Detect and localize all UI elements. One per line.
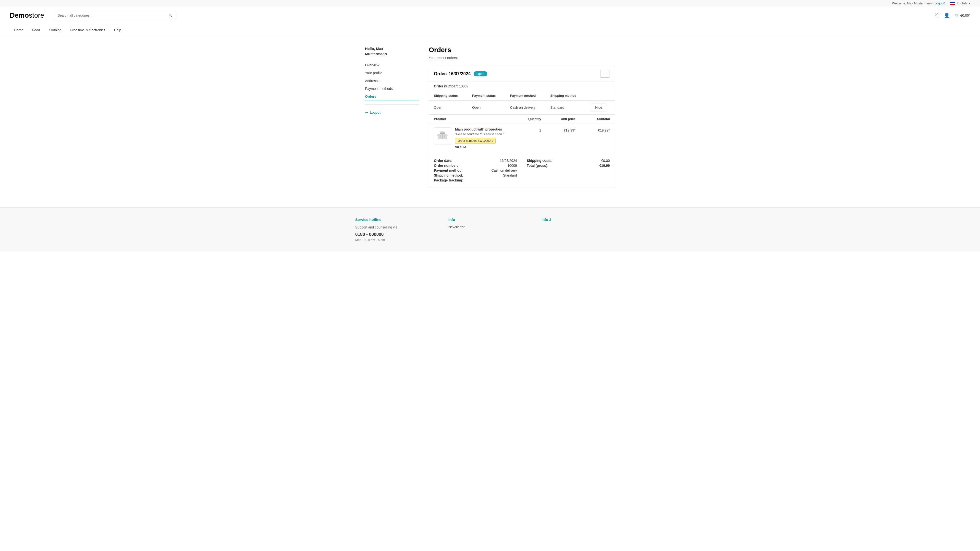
order-date-title: Order: 16/07/2024 <box>434 71 471 76</box>
logout-button[interactable]: ↪ Logout <box>365 108 419 116</box>
hide-button-cell: Hide <box>586 101 615 114</box>
payment-method-value: Cash on delivery <box>492 168 517 172</box>
sidebar-item-orders[interactable]: Orders <box>365 92 419 100</box>
footer: Service hotline Support and counselling … <box>0 207 980 251</box>
col-unit-price: Unit price <box>541 117 576 121</box>
order-summary: Order date: 16/07/2024 Order number: 100… <box>429 153 615 187</box>
order-number-label: Order number: <box>434 84 458 88</box>
nav-home[interactable]: Home <box>10 24 28 36</box>
product-details: Main product with properties "Please sen… <box>455 127 512 149</box>
order-card: Order: 16/07/2024 Open ··· Order number:… <box>429 66 615 188</box>
search-button[interactable]: 🔍 <box>165 11 176 20</box>
col-shipping-method: Shipping method <box>546 91 586 101</box>
account-icon[interactable]: 👤 <box>944 13 950 18</box>
package-tracking-label: Package tracking: <box>434 178 463 182</box>
header-icons: ♡ 👤 🛒 €0.00* <box>934 13 970 18</box>
shipping-status-value: Open <box>429 101 467 114</box>
footer-hours: Mon-Fri, 8 am - 5 pm <box>355 238 439 242</box>
logo[interactable]: Demostore <box>10 11 44 19</box>
nav-free-time[interactable]: Free time & electronics <box>66 24 110 36</box>
hide-button[interactable]: Hide <box>591 103 606 111</box>
sidebar-item-profile[interactable]: Your profile <box>365 69 419 77</box>
language-selector[interactable]: English ▾ <box>950 2 970 5</box>
payment-method-value: Cash on delivery <box>505 101 546 114</box>
top-bar: Welcome, Max Mustermann! (Logout) Englis… <box>0 0 980 7</box>
footer-info2-title: Info 2 <box>541 218 625 222</box>
nav-help[interactable]: Help <box>110 24 126 36</box>
header: Demostore 🔍 ♡ 👤 🛒 €0.00* <box>0 7 980 24</box>
product-image <box>434 127 451 144</box>
status-table: Shipping status Payment status Payment m… <box>429 91 615 114</box>
summary-total: Total (gross): €19.99 <box>527 163 610 168</box>
footer-service-text: Support and counselling via: <box>355 225 439 230</box>
footer-info2: Info 2 <box>541 218 625 242</box>
order-date-label: Order date: <box>434 159 452 163</box>
order-number-badge: Order number: SW10000.1 <box>455 138 496 144</box>
product-info: Main product with properties "Please sen… <box>434 127 512 149</box>
nav-food[interactable]: Food <box>28 24 45 36</box>
logout-link-topbar[interactable]: Logout <box>934 2 944 5</box>
sidebar-nav: Overview Your profile Addresses Payment … <box>365 61 419 100</box>
sidebar: Hello, MaxMustermann Overview Your profi… <box>365 46 419 188</box>
col-quantity: Quantity <box>512 117 541 121</box>
summary-grid: Order date: 16/07/2024 Order number: 100… <box>434 158 610 183</box>
sidebar-link-profile[interactable]: Your profile <box>365 69 419 77</box>
product-unit-price: €19.99* <box>541 127 576 132</box>
summary-shipping-method: Shipping method: Standard <box>434 173 517 178</box>
logout-icon: ↪ <box>365 110 368 114</box>
shipping-costs-label: Shipping costs: <box>527 159 552 163</box>
product-note: "Please send me this article soon." <box>455 132 512 136</box>
cart-total: €0.00* <box>960 13 970 17</box>
total-gross-value: €19.99 <box>599 164 610 167</box>
sidebar-link-addresses[interactable]: Addresses <box>365 77 419 85</box>
cart-icon: 🛒 <box>955 13 959 17</box>
chevron-down-icon: ▾ <box>969 2 970 5</box>
sidebar-link-payment[interactable]: Payment methods <box>365 85 419 92</box>
sidebar-item-overview[interactable]: Overview <box>365 61 419 69</box>
footer-phone: 0180 - 000000 <box>355 232 439 237</box>
col-payment-method: Payment method <box>505 91 546 101</box>
payment-status-value: Open <box>467 101 505 114</box>
sidebar-item-addresses[interactable]: Addresses <box>365 77 419 85</box>
summary-package-tracking: Package tracking: <box>434 178 517 183</box>
product-table-header: Product Quantity Unit price Subtotal <box>429 114 615 124</box>
product-subtotal: €19.99* <box>576 127 610 132</box>
logout-label: Logout <box>370 110 380 114</box>
order-card-header: Order: 16/07/2024 Open ··· <box>429 66 615 82</box>
footer-info-title: Info <box>449 218 531 222</box>
search-input[interactable] <box>54 11 165 20</box>
shipping-method-value: Standard <box>503 173 517 177</box>
product-name: Main product with properties <box>455 127 512 131</box>
orders-section: Orders Your recent orders: Order: 16/07/… <box>429 46 615 188</box>
footer-newsletter-link[interactable]: Newsletter <box>449 225 531 229</box>
sidebar-link-orders[interactable]: Orders <box>365 92 419 100</box>
main-nav: Home Food Clothing Free time & electroni… <box>0 24 980 36</box>
summary-right: Shipping costs: €0.00 Total (gross): €19… <box>527 158 610 183</box>
summary-order-date: Order date: 16/07/2024 <box>434 158 517 163</box>
orders-subtitle: Your recent orders: <box>429 56 615 60</box>
order-number-row: Order number: 10009 <box>429 82 615 91</box>
sidebar-link-overview[interactable]: Overview <box>365 61 419 69</box>
order-number-badge-value: SW10000.1 <box>477 139 493 143</box>
search-bar: 🔍 <box>54 11 177 20</box>
product-image-svg <box>436 130 449 142</box>
size-label: Size: <box>455 145 462 149</box>
summary-shipping-costs: Shipping costs: €0.00 <box>527 158 610 163</box>
summary-left: Order date: 16/07/2024 Order number: 100… <box>434 158 517 183</box>
sidebar-item-payment[interactable]: Payment methods <box>365 85 419 92</box>
payment-method-label: Payment method: <box>434 168 463 172</box>
size-value: M <box>463 145 466 149</box>
col-subtotal: Subtotal <box>576 117 610 121</box>
shipping-method-label: Shipping method: <box>434 173 463 177</box>
cart-button[interactable]: 🛒 €0.00* <box>955 13 970 17</box>
summary-order-number: Order number: 10009 <box>434 163 517 168</box>
wishlist-icon[interactable]: ♡ <box>934 13 939 18</box>
shipping-costs-value: €0.00 <box>601 159 610 163</box>
footer-grid: Service hotline Support and counselling … <box>355 218 625 242</box>
sidebar-divider <box>365 104 419 105</box>
sidebar-greeting: Hello, MaxMustermann <box>365 46 419 56</box>
nav-clothing[interactable]: Clothing <box>45 24 66 36</box>
summary-payment-method: Payment method: Cash on delivery <box>434 168 517 173</box>
footer-info: Info Newsletter <box>449 218 531 242</box>
order-menu-button[interactable]: ··· <box>600 70 610 78</box>
